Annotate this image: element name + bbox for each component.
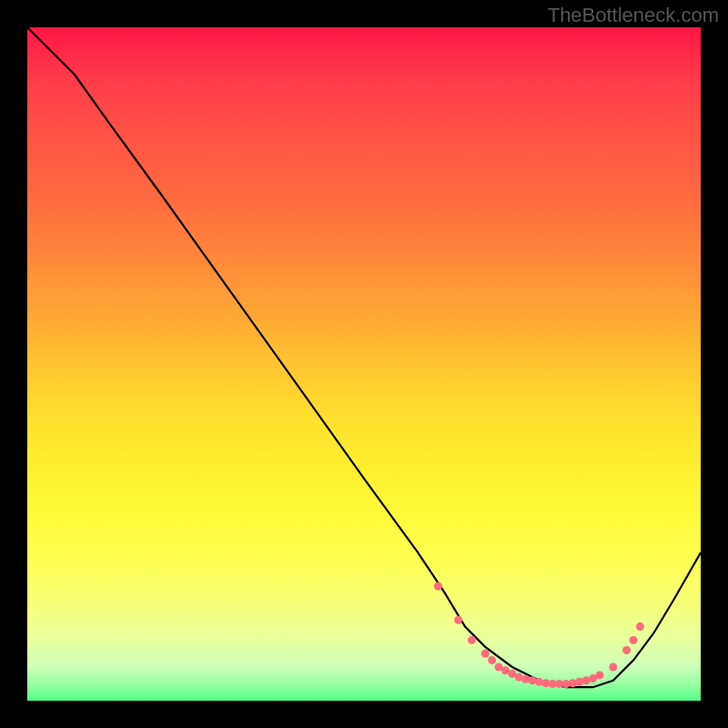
highlight-dot xyxy=(488,656,496,664)
highlight-dot xyxy=(468,636,476,644)
highlight-dot xyxy=(636,622,644,631)
highlight-dot xyxy=(569,679,577,687)
highlight-dot xyxy=(481,650,490,658)
highlight-dot xyxy=(622,646,631,654)
curve-group xyxy=(27,27,701,687)
chart-svg xyxy=(27,27,701,701)
highlight-dot xyxy=(535,678,543,686)
highlight-dot xyxy=(454,616,462,624)
highlight-dot xyxy=(434,582,442,591)
highlight-dot xyxy=(529,676,537,684)
highlight-dot xyxy=(521,675,530,683)
bottleneck-curve-line xyxy=(27,27,701,687)
chart-plot-area xyxy=(27,27,701,701)
watermark-text: TheBottleneck.com xyxy=(548,4,719,27)
highlight-dot xyxy=(596,671,604,679)
highlight-dot xyxy=(609,663,617,672)
highlight-dot xyxy=(575,678,583,686)
highlight-dot xyxy=(630,636,638,644)
highlight-markers xyxy=(434,582,644,688)
